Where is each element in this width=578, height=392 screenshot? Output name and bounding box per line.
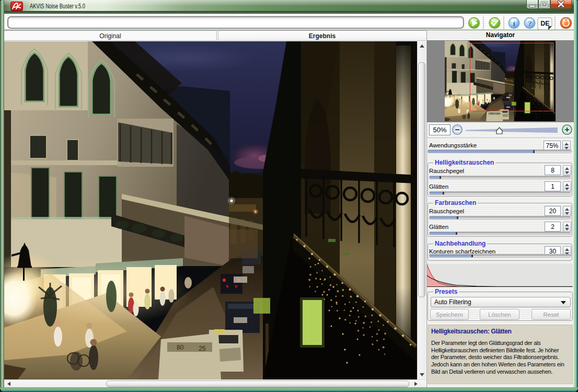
svg-text:25: 25: [199, 345, 206, 352]
svg-text:DE: DE: [540, 20, 549, 27]
svg-text:80: 80: [177, 344, 184, 351]
